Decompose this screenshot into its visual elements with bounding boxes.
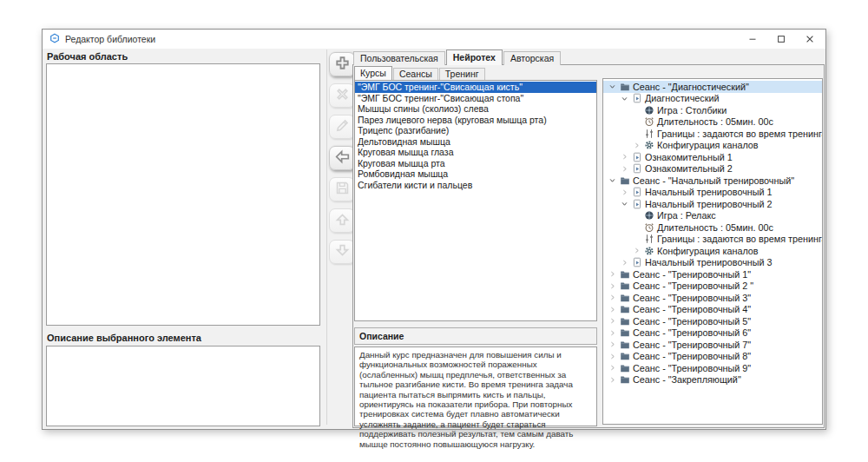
chevron-right-icon[interactable]	[607, 329, 618, 337]
folder-icon	[618, 351, 631, 361]
course-list[interactable]: "ЭМГ БОС тренинг-"Свисающая кисть""ЭМГ Б…	[354, 80, 597, 321]
tree-item[interactable]: Конфигурация каналов	[603, 245, 822, 257]
subtab-sessions[interactable]: Сеансы	[393, 68, 438, 80]
tree-item[interactable]: Начальный тренировочный 1	[603, 187, 822, 199]
folder-icon	[618, 316, 631, 327]
tree-item[interactable]: Длительность : 05мин. 00с	[603, 116, 822, 129]
chevron-down-icon[interactable]	[607, 82, 618, 90]
tree-item-label: Границы : задаются во время тренинга	[657, 234, 823, 244]
course-list-item[interactable]: Ромбовидная мышца	[355, 168, 596, 180]
chevron-down-icon[interactable]	[619, 200, 630, 208]
tab-author[interactable]: Авторская	[503, 51, 561, 65]
folder-icon	[618, 363, 631, 373]
library-tabs: ПользовательскаяНейротехАвторская	[353, 50, 562, 65]
course-list-item[interactable]: Парез лицевого нерва (круговая мышца рта…	[355, 115, 596, 126]
tree-item[interactable]: Сеанс - "Тренировочный 1"	[603, 268, 822, 280]
chevron-right-icon[interactable]	[619, 153, 630, 161]
tab-user[interactable]: Пользовательская	[353, 51, 445, 65]
session-tree[interactable]: Сеанс - "Диагностический"Диагностический…	[602, 78, 823, 425]
tree-item[interactable]: Ознакомительный 1	[603, 151, 822, 163]
tree-item-label: Сеанс - "Закрепляющий"	[633, 374, 741, 385]
tree-item[interactable]: Игра : Столбики	[603, 104, 822, 116]
course-list-item[interactable]: Сгибатели кисти и пальцев	[355, 180, 596, 191]
move-up-button	[329, 208, 355, 233]
tree-item[interactable]: Диагностический	[603, 93, 822, 105]
course-list-item[interactable]: Мышцы спины (сколиоз) слева	[355, 103, 596, 115]
course-list-item[interactable]: Круговая мышца рта	[355, 158, 596, 169]
library-editor-window: Редактор библиотеки Рабочая область Опис…	[42, 29, 826, 430]
chevron-right-icon[interactable]	[619, 165, 630, 173]
chevron-right-icon[interactable]	[607, 376, 618, 384]
tree-item[interactable]: Границы : задаются во время тренинга	[603, 128, 822, 140]
tree-item-label: Сеанс - "Начальный тренировочный"	[633, 175, 794, 186]
tree-item[interactable]: Длительность : 05мин. 00с	[603, 221, 822, 234]
move-left-button[interactable]	[329, 146, 355, 170]
chevron-down-icon[interactable]	[619, 95, 630, 102]
tree-item[interactable]: Сеанс - "Закрепляющий"	[603, 374, 822, 386]
tree-item[interactable]: Сеанс - "Тренировочный 3"	[603, 292, 822, 304]
titlebar[interactable]: Редактор библиотеки	[43, 30, 825, 49]
chevron-down-icon[interactable]	[607, 176, 618, 184]
tab-neurotech[interactable]: Нейротех	[446, 50, 503, 65]
tree-item[interactable]: Сеанс - "Тренировочный 6"	[603, 327, 822, 340]
tree-item-label: Диагностический	[645, 93, 719, 103]
session-icon	[630, 163, 643, 174]
tree-item-label: Конфигурация каналов	[657, 246, 759, 256]
arrow-left-icon	[335, 149, 350, 168]
tree-item[interactable]: Игра : Релакс	[603, 210, 822, 222]
chevron-right-icon[interactable]	[607, 282, 618, 290]
save-button	[329, 177, 355, 201]
tree-item[interactable]: Сеанс - "Тренировочный 8"	[603, 351, 822, 363]
tree-item[interactable]: Ознакомительный 2	[603, 163, 822, 175]
course-list-item[interactable]: Дельтовидная мышца	[355, 136, 596, 148]
chevron-right-icon[interactable]	[631, 247, 642, 254]
tree-item[interactable]: Границы : задаются во время тренинга	[603, 234, 822, 246]
course-list-item[interactable]: Круговая мышца глаза	[355, 147, 596, 158]
course-list-item[interactable]: Трицепс (разгибание)	[355, 125, 596, 136]
minimize-button[interactable]	[738, 30, 766, 49]
channels-icon	[642, 246, 655, 256]
tree-item[interactable]: Сеанс - "Диагностический"	[603, 81, 822, 93]
chevron-right-icon[interactable]	[607, 294, 618, 301]
tree-item[interactable]: Начальный тренировочный 3	[603, 257, 822, 269]
tree-item-label: Сеанс - "Тренировочный 7"	[633, 340, 751, 350]
pencil-icon	[335, 118, 350, 136]
chevron-right-icon[interactable]	[607, 306, 618, 314]
add-button[interactable]	[329, 52, 355, 76]
folder-icon	[618, 293, 631, 303]
workspace-list[interactable]	[46, 63, 320, 326]
section-tabs: КурсыСеансыТренинг	[354, 66, 486, 80]
tree-item[interactable]: Сеанс - "Тренировочный 2 "	[603, 280, 822, 293]
chevron-right-icon[interactable]	[619, 188, 630, 196]
clock-icon	[642, 222, 655, 233]
window-title: Редактор библиотеки	[65, 34, 155, 44]
edit-button	[329, 115, 355, 139]
close-button[interactable]	[795, 30, 824, 49]
chevron-right-icon[interactable]	[607, 364, 618, 372]
tree-item[interactable]: Начальный тренировочный 2	[603, 198, 822, 210]
tree-item[interactable]: Сеанс - "Тренировочный 9"	[603, 362, 822, 374]
tree-item[interactable]: Сеанс - "Тренировочный 4"	[603, 304, 822, 316]
tree-item[interactable]: Сеанс - "Тренировочный 7"	[603, 339, 822, 351]
tree-item-label: Длительность : 05мин. 00с	[657, 222, 773, 233]
chevron-right-icon[interactable]	[619, 259, 630, 267]
course-list-item[interactable]: "ЭМГ БОС тренинг-"Свисающая кисть"	[355, 82, 596, 93]
chevron-right-icon[interactable]	[607, 340, 618, 348]
subtab-training[interactable]: Тренинг	[439, 68, 485, 80]
channels-icon	[642, 140, 655, 150]
subtab-courses[interactable]: Курсы	[354, 66, 392, 80]
course-list-item[interactable]: "ЭМГ БОС тренинг-"Свисающая стопа"	[355, 93, 596, 104]
tree-item[interactable]: Сеанс - "Тренировочный 5"	[603, 315, 822, 327]
chevron-right-icon[interactable]	[607, 317, 618, 325]
tree-item[interactable]: Сеанс - "Начальный тренировочный"	[603, 175, 822, 187]
chevron-right-icon[interactable]	[607, 353, 618, 360]
chevron-right-icon[interactable]	[607, 270, 618, 278]
selected-element-description-box[interactable]	[46, 346, 320, 426]
maximize-button[interactable]	[766, 30, 795, 49]
folder-icon	[618, 280, 631, 291]
tree-item[interactable]: Конфигурация каналов	[603, 140, 822, 152]
course-description[interactable]: Данный курс предназначен для повышения с…	[354, 346, 597, 426]
chevron-right-icon[interactable]	[631, 142, 642, 149]
arrow-up-icon	[335, 212, 350, 230]
window-controls	[738, 30, 824, 49]
